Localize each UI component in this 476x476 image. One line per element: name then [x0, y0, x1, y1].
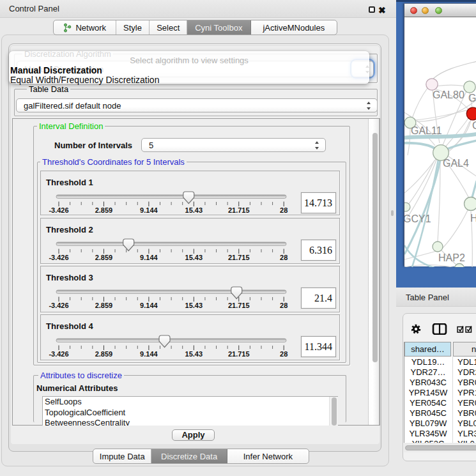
svg-text:21.715: 21.715: [228, 302, 250, 309]
svg-text:28: 28: [280, 350, 288, 358]
svg-text:15.43: 15.43: [185, 206, 203, 214]
svg-text:C: C: [472, 120, 476, 131]
svg-text:15.43: 15.43: [185, 350, 203, 358]
svg-text:28: 28: [280, 206, 288, 214]
svg-text:2.859: 2.859: [95, 206, 113, 214]
svg-text:21.715: 21.715: [228, 254, 250, 261]
svg-text:15.43: 15.43: [185, 302, 203, 309]
svg-text:GCY1: GCY1: [404, 213, 431, 224]
svg-text:28: 28: [280, 302, 288, 309]
svg-text:GA: GA: [468, 93, 476, 104]
svg-text:21.715: 21.715: [228, 206, 250, 214]
svg-text:-3.426: -3.426: [49, 206, 68, 214]
svg-text:GAL11: GAL11: [411, 125, 442, 136]
svg-text:28: 28: [280, 254, 288, 261]
svg-text:21.715: 21.715: [228, 350, 250, 358]
svg-text:-3.426: -3.426: [49, 350, 68, 358]
svg-text:GAL80: GAL80: [433, 89, 464, 100]
svg-text:9.144: 9.144: [140, 350, 158, 358]
svg-text:9.144: 9.144: [140, 302, 158, 309]
svg-text:2.859: 2.859: [95, 254, 113, 261]
svg-text:GAL4: GAL4: [443, 158, 469, 169]
svg-text:2.859: 2.859: [95, 302, 113, 309]
svg-text:H: H: [470, 213, 476, 224]
svg-text:HAP2: HAP2: [438, 252, 465, 263]
svg-text:9.144: 9.144: [140, 206, 158, 214]
svg-text:-3.426: -3.426: [49, 254, 68, 261]
svg-text:-3.426: -3.426: [49, 302, 68, 309]
svg-text:9.144: 9.144: [140, 254, 158, 261]
svg-text:2.859: 2.859: [95, 350, 113, 358]
svg-text:15.43: 15.43: [185, 254, 203, 261]
